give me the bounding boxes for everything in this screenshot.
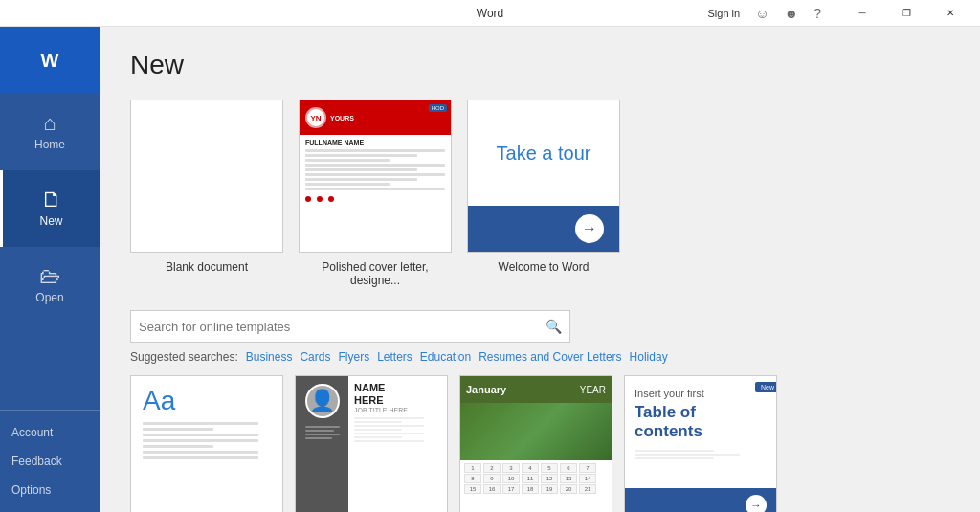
sidebar-item-new[interactable]: 🗋 New (0, 170, 100, 247)
page-title: New (130, 50, 949, 80)
resume-left-lines (301, 424, 344, 441)
sidebar-item-account[interactable]: Account (0, 418, 100, 447)
suggested-tag-letters[interactable]: Letters (377, 350, 412, 364)
cal-cell: 9 (483, 474, 501, 483)
tour-thumb[interactable]: Take a tour → (467, 100, 620, 253)
toc-line-1 (635, 450, 714, 452)
sidebar-nav: ⌂ Home 🗋 New 🗁 Open (0, 94, 100, 410)
sidebar-item-options[interactable]: Options (0, 476, 100, 504)
cover-avatar: YN (305, 107, 326, 128)
cover-dot-1 (305, 196, 311, 202)
tour-arrow-icon: → (575, 214, 604, 243)
blank-document-label: Blank document (166, 260, 248, 274)
search-section: 🔍 Suggested searches: Business Cards Fly… (130, 310, 949, 364)
template-card-blank[interactable]: Blank document (130, 100, 283, 287)
search-icon[interactable]: 🔍 (546, 319, 562, 334)
cal-row-3: 15 16 17 18 19 20 21 (464, 484, 608, 494)
cal-cell: 11 (522, 474, 539, 483)
cal-cell: 16 (483, 484, 501, 494)
cal-cell: 12 (541, 474, 558, 483)
aa-text: Aa (143, 386, 271, 416)
resume-left-line-4 (305, 437, 332, 439)
cal-cell: 14 (579, 474, 596, 483)
cover-line-7 (305, 178, 417, 181)
cal-cell: 3 (502, 463, 520, 473)
cover-line-1 (305, 149, 445, 152)
template-card-resume[interactable]: 👤 NAMEHERE JOB TITLE HERE (295, 375, 448, 512)
calendar-photo (460, 403, 612, 460)
sidebar-item-open[interactable]: 🗁 Open (0, 247, 100, 323)
cover-line-6 (305, 173, 445, 176)
suggested-label: Suggested searches: (130, 350, 238, 364)
cal-cell: 2 (483, 463, 501, 473)
cal-row-1: 1 2 3 4 5 6 7 (464, 463, 608, 473)
aa-line-6 (143, 451, 258, 454)
calendar-header: January YEAR (460, 376, 612, 403)
resume-left-panel: 👤 (296, 376, 348, 512)
resume-right-panel: NAMEHERE JOB TITLE HERE (348, 376, 447, 512)
template-card-cover[interactable]: YN YOURS HOD FULLNAME NAME (299, 100, 452, 287)
cal-cell: 10 (502, 474, 520, 483)
calendar-year: YEAR (580, 385, 606, 395)
suggested-tag-education[interactable]: Education (420, 350, 471, 364)
template-card-default[interactable]: Aa (130, 375, 283, 512)
template-card-toc[interactable]: New Insert your first Table ofcontents → (624, 375, 777, 512)
aa-line-4 (143, 439, 258, 442)
resume-inner: 👤 NAMEHERE JOB TITLE HERE (296, 376, 447, 512)
calendar-photo-inner (460, 403, 612, 460)
suggested-tag-holiday[interactable]: Holiday (630, 350, 668, 364)
aa-line-7 (143, 456, 258, 459)
open-folder-icon: 🗁 (39, 266, 60, 287)
toc-bottom-bar: → (625, 488, 776, 512)
new-document-icon: 🗋 (41, 189, 62, 211)
cover-hod-badge: HOD (429, 104, 447, 112)
suggested-tag-resumes[interactable]: Resumes and Cover Letters (479, 350, 621, 364)
sidebar-item-feedback[interactable]: Feedback (0, 447, 100, 476)
toc-inner: New Insert your first Table ofcontents → (625, 376, 776, 512)
cover-fullname: FULLNAME NAME (305, 139, 445, 145)
title-bar: Word Sign in ☺ ☻ ? ─ ❐ ✕ (0, 0, 980, 27)
suggested-tag-business[interactable]: Business (246, 350, 293, 364)
resume-line-7 (354, 440, 424, 442)
emoji-smiley-icon[interactable]: ☺ (751, 6, 772, 21)
cal-cell: 15 (464, 484, 481, 494)
cover-line-2 (305, 154, 417, 157)
search-input[interactable] (139, 320, 546, 334)
sign-in-button[interactable]: Sign in (704, 8, 745, 19)
minimize-button[interactable]: ─ (840, 0, 884, 27)
toc-new-badge: New (755, 382, 777, 392)
aa-line-1 (143, 422, 258, 425)
aa-line-2 (143, 428, 213, 431)
template-card-calendar[interactable]: January YEAR 1 2 3 4 5 6 7 (459, 375, 612, 512)
featured-templates: Blank document YN YOURS HOD FULLNAME NAM… (130, 100, 949, 287)
cal-cell: 5 (541, 463, 558, 473)
resume-photo: 👤 (305, 384, 340, 418)
suggested-tag-cards[interactable]: Cards (300, 350, 330, 364)
close-button[interactable]: ✕ (928, 0, 972, 27)
tour-bottom: → (468, 206, 619, 252)
blank-document-thumb[interactable] (130, 100, 283, 253)
sidebar-item-home[interactable]: ⌂ Home (0, 94, 100, 170)
toc-insert-label: Insert your first (635, 388, 767, 399)
app-title: Word (477, 7, 503, 20)
search-bar[interactable]: 🔍 (130, 310, 570, 343)
cover-header-title: YOURS (330, 115, 354, 122)
cal-cell: 17 (502, 484, 520, 494)
cover-header: YN YOURS HOD (300, 100, 451, 135)
suggested-searches: Suggested searches: Business Cards Flyer… (130, 350, 949, 364)
emoji-feedback-icon[interactable]: ☻ (780, 6, 802, 21)
resume-line-2 (354, 421, 402, 423)
suggested-tag-flyers[interactable]: Flyers (338, 350, 369, 364)
sidebar-bottom: Account Feedback Options (0, 410, 100, 512)
resume-line-3 (354, 425, 424, 427)
cover-dot-2 (317, 196, 323, 202)
cover-letter-thumb[interactable]: YN YOURS HOD FULLNAME NAME (299, 100, 452, 253)
home-icon: ⌂ (43, 113, 56, 134)
calendar-grid: 1 2 3 4 5 6 7 8 9 10 11 12 13 (460, 460, 612, 497)
cal-cell: 1 (464, 463, 481, 473)
cover-dot-3 (328, 196, 334, 202)
template-card-tour[interactable]: Take a tour → Welcome to Word (467, 100, 620, 287)
restore-button[interactable]: ❐ (884, 0, 928, 27)
help-icon[interactable]: ? (810, 6, 825, 21)
resume-subtitle: JOB TITLE HERE (354, 407, 441, 413)
